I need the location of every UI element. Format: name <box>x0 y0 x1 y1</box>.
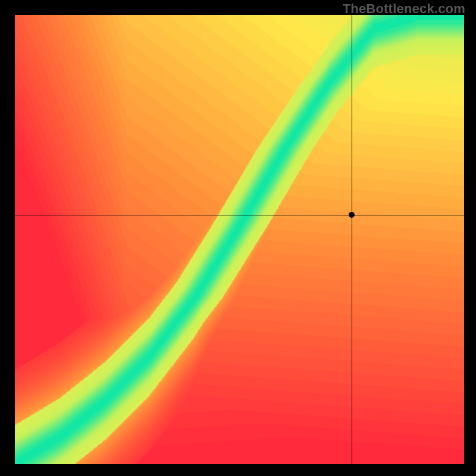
crosshair-horizontal <box>15 215 464 215</box>
crosshair-marker <box>349 212 355 218</box>
chart-container: TheBottleneck.com <box>0 0 476 476</box>
watermark-text: TheBottleneck.com <box>343 1 465 17</box>
heatmap-canvas <box>15 15 464 464</box>
crosshair-vertical <box>352 15 352 464</box>
heatmap-plot <box>15 15 464 464</box>
